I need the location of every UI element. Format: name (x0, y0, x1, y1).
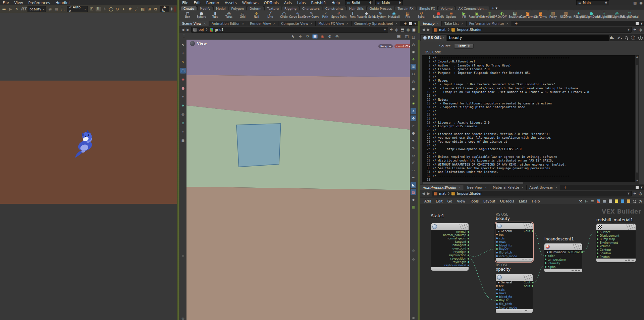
snapshot-image-icon[interactable]: ▧ (140, 7, 146, 11)
code-line[interactable]: // and limitations under the License. (433, 170, 635, 174)
code-line[interactable]: // -------------------------------------… (433, 56, 635, 60)
shelf-tool-torus[interactable]: ◎Torus (222, 11, 236, 18)
input-port-alpha[interactable] (545, 266, 546, 268)
node-footer[interactable] (544, 269, 582, 272)
shelf-tool-lsystem[interactable]: ❋L-System (373, 11, 387, 18)
node-footer[interactable] (431, 267, 469, 271)
crop-region-icon[interactable]: ⬚ (60, 7, 65, 11)
dot-icon[interactable]: ● (411, 86, 416, 92)
bottom-tool2-icon[interactable]: ◍ (180, 316, 186, 320)
path-field[interactable]: mat❯ImposrtShader▼ (432, 27, 632, 33)
output-port-uvwcoord[interactable] (468, 248, 469, 249)
res-half-icon[interactable]: ₁₂ (411, 152, 416, 158)
shelf-tool-viewportipr[interactable]: ◫ViewportIPR (483, 11, 496, 18)
shelf-tool-redshift[interactable]: ●Redshift (432, 11, 445, 18)
snap-tool-icon[interactable]: ❖ (180, 103, 186, 108)
snap-icon[interactable]: ❖ (411, 56, 416, 62)
node-header[interactable] (431, 223, 469, 230)
edit-icon[interactable]: ✎ (180, 59, 186, 65)
render-menu-houdini[interactable]: Houdini (53, 0, 72, 5)
expander-icon[interactable]: ▼ (498, 230, 500, 232)
construction-plane-icon[interactable]: ⊙ (327, 34, 332, 39)
node-type-chip[interactable]: RS OSL▾ (421, 35, 446, 41)
select-tool-icon[interactable]: ⬉ (290, 34, 296, 39)
tab-close-icon[interactable]: × (203, 22, 206, 25)
tab-close-icon[interactable]: × (346, 22, 349, 25)
layout-split-icon[interactable]: ◫ (404, 34, 410, 39)
forward-icon[interactable]: ▶ (426, 28, 430, 32)
main-menu-file[interactable]: File (179, 0, 191, 5)
display-options-icon[interactable]: ▣ (412, 28, 416, 32)
input-port-flip_pitch[interactable] (496, 252, 498, 254)
shelf-tool-file[interactable]: ▤File (401, 11, 415, 18)
network-menu-edit[interactable]: Edit (433, 199, 445, 203)
input-port-tex[interactable] (496, 234, 498, 235)
perspective-view-button[interactable]: Persp▼ (378, 44, 393, 48)
code-line[interactable]: // distributed under the License is dist… (433, 159, 635, 163)
back-icon[interactable]: ◀ (181, 28, 185, 32)
render-menu-view[interactable]: View (11, 0, 25, 5)
resolution-select[interactable]: < Auto >▾ (67, 6, 88, 12)
cube-display-icon[interactable]: ⬒ (400, 28, 405, 32)
pose-tool-icon[interactable]: ⊛ (180, 120, 186, 126)
add-tab-button[interactable]: + (561, 185, 570, 190)
output-port-raydirection[interactable] (468, 255, 469, 256)
shelf-tool-null[interactable]: ✛Null (250, 11, 263, 18)
input-port-Shadow[interactable] (597, 253, 598, 254)
output-port-Cout[interactable] (532, 230, 533, 232)
code-line[interactable]: // (433, 129, 635, 132)
pin-pane-icon[interactable]: ✛ (389, 28, 393, 32)
shelf-tool-path[interactable]: ⋰Path (318, 11, 332, 18)
radial-menu-select[interactable]: ◎Main▲▼ (375, 0, 403, 5)
grid-snap-icon[interactable]: ▦ (603, 199, 606, 203)
shelf-tool-box[interactable]: ◻Box (181, 11, 195, 18)
shelf-tab-characters[interactable]: Characters (300, 6, 322, 10)
desktop-build-select[interactable]: ⊞Build▲▼ (345, 0, 373, 5)
tab-close-icon[interactable]: × (395, 22, 398, 25)
gear-menu-icon[interactable]: ✱▾ (610, 36, 614, 40)
main-menu-windows[interactable]: Windows (239, 0, 261, 5)
network-menu-labs[interactable]: Labs (517, 199, 529, 203)
tab-close-icon[interactable]: × (521, 186, 524, 189)
bottom-tool-icon[interactable]: ✳ (180, 253, 186, 259)
wire-beauty.Cout-to-Incandescent1.color[interactable] (533, 231, 544, 256)
annotate-icon[interactable]: ⋰ (134, 7, 139, 11)
node-header[interactable] (596, 224, 636, 230)
pane-divider[interactable] (418, 21, 420, 320)
shelf-tool-onoff[interactable]: ◐On/Off (496, 11, 508, 18)
network-search-icon[interactable] (633, 200, 636, 203)
pin-pane-icon[interactable]: ✛ (633, 28, 637, 32)
path-dropdown-icon[interactable]: ▼ (628, 192, 630, 195)
main-menu-redshift[interactable]: Redshift (308, 0, 329, 5)
main-menu-labs[interactable]: Labs (294, 0, 309, 5)
code-line[interactable]: // (433, 109, 635, 113)
brush2-icon[interactable]: ✐ (411, 160, 416, 166)
code-line[interactable]: // Author : JamesDo (Truong Do Trung Hie… (433, 64, 635, 67)
shelf-tool-tube[interactable]: ▮Tube (208, 11, 222, 18)
node-name-field[interactable]: beauty (447, 35, 609, 41)
output-port-bitangent[interactable] (468, 244, 469, 246)
node-header[interactable] (496, 223, 533, 229)
node-footer[interactable] (596, 259, 636, 262)
shelf-tool-metaball[interactable]: ◉Metaball (387, 11, 401, 18)
pane-divider[interactable] (177, 0, 179, 320)
hotkey-state-icon[interactable]: ◉ (320, 34, 325, 39)
pane-menu-icon[interactable]: ▼ (414, 22, 416, 25)
help-icon[interactable]: ? (638, 36, 643, 40)
pane-maximize-icon[interactable] (636, 22, 639, 25)
wire-opacity.Cout-to-Incandescent1.alpha[interactable] (533, 267, 544, 282)
tab-materialpalette[interactable]: Material Palette× (490, 185, 527, 190)
lower3-icon[interactable]: ◉ (411, 315, 416, 320)
input-port-flip_pitch[interactable] (496, 303, 498, 305)
node-body[interactable]: SurfaceDisplacementBump MapEnvironmentVo… (596, 224, 636, 262)
sequence-icon[interactable]: ▬ (1, 7, 7, 11)
node-body[interactable]: ▼GeneralCouttexAoutcolsrowsbleed_fixRayD… (496, 274, 533, 313)
shelf-tool-line[interactable]: ╱Line (263, 11, 277, 18)
tab-close-icon[interactable]: × (273, 22, 276, 25)
shelf-tab-guideprocess[interactable]: Guide Process (367, 6, 395, 10)
tab-geometryspreadsheet[interactable]: Geometry Spreadsheet× (352, 21, 401, 26)
hash-region-icon[interactable]: # (127, 7, 133, 11)
toolbar-handle-icon[interactable]: ⠿ (181, 34, 187, 39)
input-port-temperature[interactable] (545, 259, 546, 260)
code-line[interactable]: // WITHOUT WARRANTIES OR CONDITIONS OF A… (433, 163, 635, 167)
